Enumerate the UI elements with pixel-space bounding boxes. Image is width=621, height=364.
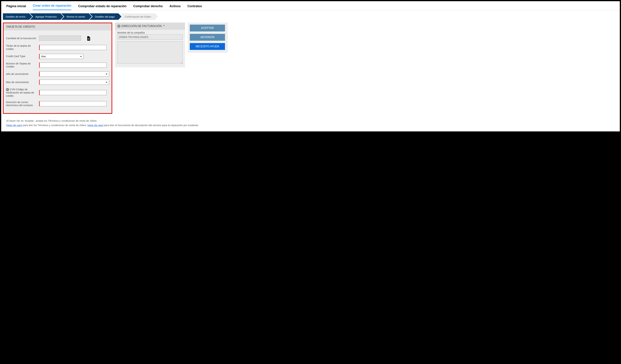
label-amount: Cantidad de la transacción [6,37,37,40]
row-email: Dirección de correo electrónico del cont… [6,101,109,107]
accept-button[interactable]: ACEPTAR [190,25,225,32]
credit-card-panel: TARJETA DE CRÉDITO Cantidad de la transa… [3,23,112,114]
holder-input[interactable] [39,45,107,50]
label-expyear: Año de vencimiento [6,72,37,76]
billing-panel-header: i DIRECCIÓN DE FACTURACIÓN * [115,23,185,30]
label-cvn: i CVN Código de Verificación de tarjeta … [6,88,37,98]
billing-panel-title: DIRECCIÓN DE FACTURACIÓN [121,25,162,28]
tab-home[interactable]: Página inicial [6,3,26,10]
row-expyear: Año de vencimiento [6,71,109,77]
wizard-steps: Detalles de envío Agregar Productos Revi… [3,13,618,20]
page-root: Página inicial Crear orden de reparación… [1,1,620,132]
ccnumber-input[interactable] [39,63,107,68]
help-button[interactable]: NECESITO AYUDA [190,43,225,50]
expmonth-select[interactable] [39,80,109,85]
label-cvn-text: CVN Código de Verificación de tarjeta de… [6,88,34,97]
info-icon[interactable]: i [117,25,121,28]
step-add-products[interactable]: Agregar Productos [30,13,60,20]
footer-line1: Al hacer clic en 'Aceptar', acepta los T… [6,119,615,123]
label-company: Nombre de la compañía [117,31,183,34]
top-nav: Página inicial Crear orden de reparación… [1,1,620,10]
footer-line2-mid: para leer los Términos y condiciones de … [22,124,87,127]
tab-check-entitlement[interactable]: Comprobar derecho [133,3,163,10]
step-review-cart[interactable]: Revise el carrito [61,13,89,20]
footer-line2: haga clic aquí para leer los Términos y … [6,123,615,127]
amount-readonly [39,35,81,41]
footer-line2-end: para leer el Documento de descripción de… [103,124,199,127]
tab-assets[interactable]: Activos [170,3,181,10]
main-area: TARJETA DE CRÉDITO Cantidad de la transa… [1,21,620,116]
label-holder: Titular de la tarjeta de crédito [6,44,37,51]
cvn-input[interactable] [39,90,107,95]
step-shipping[interactable]: Detalles de envío [3,13,29,20]
step-confirmation: Confirmación de Orden [119,13,155,20]
footer-text: Al hacer clic en 'Aceptar', acepta los T… [1,116,620,131]
row-cctype: Credit Card Type Visa [6,54,109,59]
label-email: Dirección de correo electrónico del cont… [6,101,37,107]
row-holder: Titular de la tarjeta de crédito [6,44,109,51]
cctype-select[interactable]: Visa [39,54,84,59]
info-icon[interactable]: i [6,88,9,91]
row-ccnumber: Número de Tarjeta de Crédito [6,62,109,69]
billing-panel-body: Nombre de la compañía [115,30,185,67]
terms-link[interactable]: haga clic aquí [6,124,22,127]
billing-address-textarea[interactable] [117,42,183,64]
svg-rect-2 [88,39,90,39]
previous-button[interactable]: ANTERIOR [190,34,225,41]
label-ccnumber: Número de Tarjeta de Crédito [6,62,37,69]
tab-check-status[interactable]: Comprobar estado de reparación [78,3,126,10]
billing-panel: i DIRECCIÓN DE FACTURACIÓN * Nombre de l… [115,23,185,67]
row-cvn: i CVN Código de Verificación de tarjeta … [6,88,109,98]
credit-card-panel-title: TARJETA DE CRÉDITO [4,23,112,30]
label-expmonth: Mes de vencimiento [6,81,37,84]
expyear-select[interactable] [39,71,109,77]
row-expmonth: Mes de vencimiento [6,80,109,85]
action-buttons: ACEPTAR ANTERIOR NECESITO AYUDA [188,23,227,52]
company-input[interactable] [117,34,183,39]
tab-create-order[interactable]: Crear orden de reparación [33,3,71,10]
tab-contracts[interactable]: Contratos [188,3,202,10]
email-input[interactable] [39,101,107,106]
required-asterisk: * [163,25,165,28]
document-icon[interactable] [87,36,90,41]
label-cctype: Credit Card Type [6,55,37,58]
credit-card-panel-body: Cantidad de la transacción Titular de la… [4,30,112,113]
step-payment[interactable]: Detalles del pago [89,13,119,20]
service-desc-link[interactable]: haga clic aquí [87,124,103,127]
row-amount: Cantidad de la transacción [6,35,109,41]
